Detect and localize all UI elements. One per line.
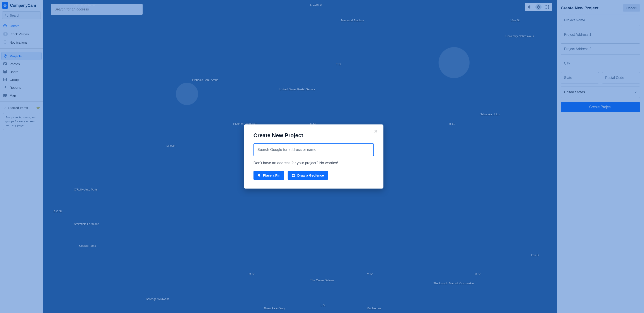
place-pin-label: Place a Pin (263, 174, 280, 177)
create-project-modal: Create New Project Don't have an address… (244, 124, 384, 188)
modal-title: Create New Project (254, 132, 374, 139)
draw-geofence-button[interactable]: Draw a Geofence (288, 171, 328, 180)
modal-actions: Place a Pin Draw a Geofence (254, 171, 374, 180)
close-icon (374, 129, 378, 134)
svg-rect-40 (294, 176, 295, 177)
place-pin-button[interactable]: Place a Pin (254, 171, 284, 180)
modal-hint: Don't have an address for your project? … (254, 161, 374, 165)
svg-rect-39 (292, 176, 293, 177)
svg-rect-37 (292, 174, 293, 175)
svg-rect-38 (294, 174, 295, 175)
geofence-icon (292, 174, 295, 177)
svg-rect-36 (292, 174, 294, 176)
pin-icon (258, 174, 261, 177)
modal-close-button[interactable] (373, 128, 379, 134)
svg-point-35 (259, 175, 260, 176)
modal-search-input[interactable] (254, 144, 374, 156)
draw-geofence-label: Draw a Geofence (297, 174, 324, 177)
